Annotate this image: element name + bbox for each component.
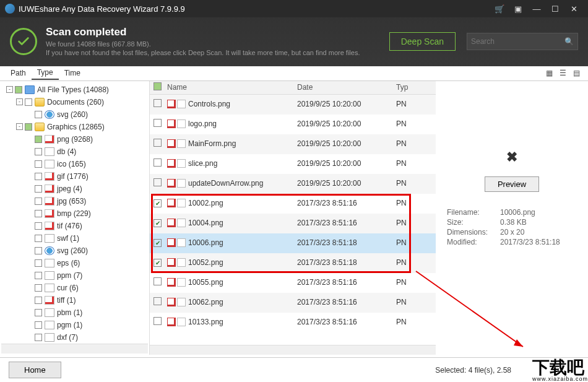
register-icon[interactable]: ▣ — [509, 0, 527, 17]
file-checkbox[interactable]: ✔ — [153, 259, 162, 267]
meta-dimensions-label: Dimensions: — [447, 228, 500, 237]
tree-item[interactable]: gif (1776) — [1, 170, 148, 183]
pdf-icon — [167, 119, 176, 128]
file-row[interactable]: 10062.png2017/3/23 8:51:16PN — [150, 293, 436, 313]
preview-button[interactable]: Preview — [485, 176, 539, 192]
file-checkbox[interactable]: ✔ — [153, 199, 162, 207]
file-name: 10006.png — [188, 238, 297, 247]
preview-close-icon[interactable]: ✖ — [506, 149, 517, 165]
file-type: PN — [396, 238, 417, 247]
file-icon — [177, 139, 186, 148]
pdf-icon — [167, 258, 176, 267]
file-type: PN — [396, 278, 417, 287]
file-date: 2019/9/25 10:20:00 — [297, 139, 396, 148]
file-checkbox[interactable] — [153, 119, 162, 127]
file-type: PN — [396, 219, 417, 227]
tree-item[interactable]: pbm (1) — [1, 306, 148, 319]
tree-item[interactable]: jpeg (4) — [1, 183, 148, 195]
file-list[interactable]: Controls.png2019/9/25 10:20:00PNlogo.png… — [150, 95, 436, 345]
col-type[interactable]: Typ — [396, 83, 417, 92]
file-row[interactable]: ✔10002.png2017/3/23 8:51:16PN — [150, 194, 436, 214]
file-row[interactable]: 10055.png2017/3/23 8:51:16PN — [150, 273, 436, 293]
file-checkbox[interactable] — [153, 99, 162, 107]
file-checkbox[interactable] — [153, 178, 162, 186]
file-row[interactable]: slice.png2019/9/25 10:20:00PN — [150, 154, 436, 174]
file-checkbox[interactable] — [153, 277, 162, 285]
file-row[interactable]: updateDownArrow.png2019/9/25 10:20:00PN — [150, 174, 436, 194]
folder-tree[interactable]: -All File Types (14088) -Documents (260)… — [0, 81, 150, 355]
file-icon — [177, 179, 186, 188]
tree-item[interactable]: jpg (653) — [1, 195, 148, 207]
file-checkbox[interactable] — [153, 139, 162, 147]
tree-item[interactable]: db (4) — [1, 145, 148, 158]
filelist-scroll-h[interactable] — [150, 345, 436, 355]
tree-documents[interactable]: -Documents (260) — [1, 96, 148, 108]
tab-time[interactable]: Time — [59, 67, 86, 79]
select-all-checkbox[interactable] — [153, 82, 162, 90]
col-date[interactable]: Date — [297, 83, 396, 92]
tree-item[interactable]: tiff (1) — [1, 294, 148, 306]
meta-dimensions-value: 20 x 20 — [500, 228, 524, 237]
cart-icon[interactable]: 🛒 — [490, 0, 509, 17]
banner-line2: If you have not found the lost files, pl… — [46, 48, 360, 57]
file-checkbox[interactable]: ✔ — [153, 239, 162, 247]
home-button[interactable]: Home — [9, 362, 61, 378]
tree-item[interactable]: cur (6) — [1, 282, 148, 294]
tab-path[interactable]: Path — [5, 67, 32, 79]
tree-item[interactable]: ppm (7) — [1, 269, 148, 282]
tree-scroll-h[interactable] — [1, 344, 148, 354]
file-date: 2017/3/23 8:51:16 — [297, 298, 396, 306]
search-box[interactable]: 🔍 — [467, 33, 578, 50]
tree-graphics[interactable]: -Graphics (12865) — [1, 121, 148, 133]
file-checkbox[interactable] — [153, 297, 162, 305]
tree-svg-docs[interactable]: svg (260) — [1, 108, 148, 121]
file-row[interactable]: logo.png2019/9/25 10:20:00PN — [150, 115, 436, 134]
file-date: 2019/9/25 10:20:00 — [297, 159, 396, 168]
tree-item[interactable]: png (9268) — [1, 133, 148, 145]
file-checkbox[interactable]: ✔ — [153, 219, 162, 227]
search-input[interactable] — [471, 37, 564, 46]
maximize-button[interactable]: ☐ — [546, 0, 564, 17]
tree-item[interactable]: eps (6) — [1, 257, 148, 269]
app-title: IUWEshare Any Data Recovery Wizard 7.9.9… — [19, 4, 185, 14]
col-name[interactable]: Name — [167, 83, 297, 92]
minimize-button[interactable]: — — [527, 0, 546, 17]
file-checkbox[interactable] — [153, 317, 162, 325]
tree-root[interactable]: -All File Types (14088) — [1, 84, 148, 96]
tree-item[interactable]: pgm (1) — [1, 319, 148, 331]
file-checkbox[interactable] — [153, 158, 162, 167]
view-grid-icon[interactable]: ▦ — [542, 67, 556, 79]
file-row[interactable]: ✔10006.png2017/3/23 8:51:18PN — [150, 233, 436, 253]
meta-filename-value: 10006.png — [500, 208, 535, 217]
file-icon — [177, 278, 186, 287]
status-banner: Scan completed We found 14088 files (667… — [0, 17, 588, 66]
tree-item[interactable]: swf (1) — [1, 232, 148, 245]
tree-item[interactable]: tif (476) — [1, 220, 148, 232]
file-name: 10055.png — [188, 278, 297, 287]
tree-item[interactable]: ico (165) — [1, 158, 148, 170]
file-date: 2019/9/25 10:20:00 — [297, 179, 396, 188]
tree-item[interactable]: bmp (229) — [1, 207, 148, 220]
view-detail-icon[interactable]: ▤ — [569, 67, 583, 79]
file-row[interactable]: ✔10052.png2017/3/23 8:51:18PN — [150, 253, 436, 273]
tab-type[interactable]: Type — [32, 66, 59, 80]
tree-item[interactable]: svg (260) — [1, 245, 148, 257]
tree-item[interactable]: dxf (7) — [1, 331, 148, 344]
status-bar: Home Selected: 4 file(s), 2.58 — [0, 357, 588, 382]
file-row[interactable]: Controls.png2019/9/25 10:20:00PN — [150, 95, 436, 115]
close-button[interactable]: ✕ — [564, 0, 583, 17]
file-name: MainForm.png — [188, 139, 297, 148]
view-list-icon[interactable]: ☰ — [556, 67, 569, 79]
pdf-icon — [167, 159, 176, 168]
file-header: Name Date Typ — [150, 81, 436, 95]
file-row[interactable]: MainForm.png2019/9/25 10:20:00PN — [150, 134, 436, 154]
file-row[interactable]: 10133.png2017/3/23 8:51:16PN — [150, 313, 436, 332]
meta-size-value: 0.38 KB — [500, 218, 527, 227]
meta-modified-value: 2017/3/23 8:51:18 — [500, 238, 560, 246]
file-name: 10062.png — [188, 298, 297, 306]
meta-filename-label: Filename: — [447, 208, 500, 217]
file-row[interactable]: ✔10004.png2017/3/23 8:51:16PN — [150, 214, 436, 233]
search-icon[interactable]: 🔍 — [564, 37, 574, 46]
deep-scan-button[interactable]: Deep Scan — [389, 32, 456, 51]
file-type: PN — [396, 159, 417, 168]
